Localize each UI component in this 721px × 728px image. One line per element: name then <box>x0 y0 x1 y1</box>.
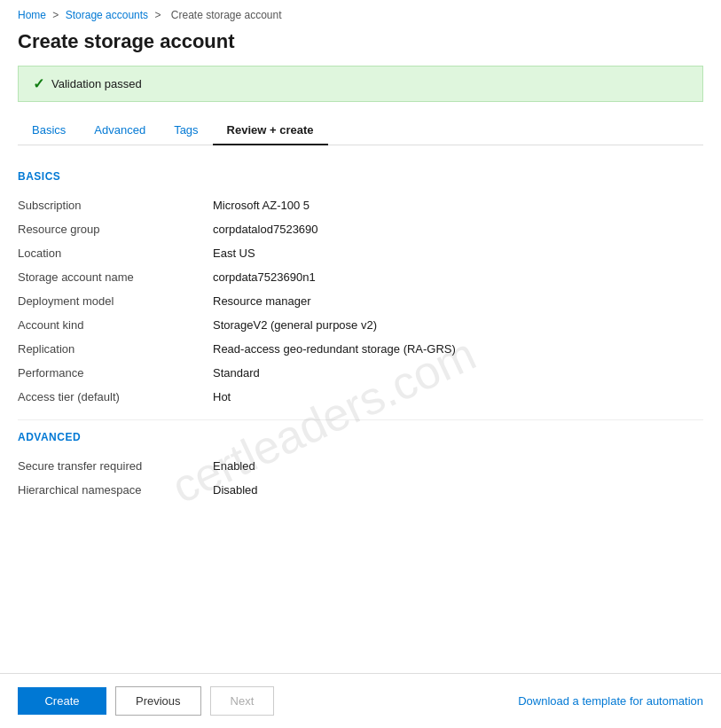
tab-bar: Basics Advanced Tags Review + create <box>18 116 703 145</box>
label-deployment-model: Deployment model <box>18 294 213 308</box>
tab-tags[interactable]: Tags <box>160 116 212 145</box>
next-button: Next <box>210 686 275 716</box>
label-secure-transfer: Secure transfer required <box>18 459 213 473</box>
field-secure-transfer: Secure transfer required Enabled <box>18 454 703 478</box>
field-deployment-model: Deployment model Resource manager <box>18 289 703 313</box>
value-secure-transfer: Enabled <box>213 459 255 473</box>
value-hierarchical-namespace: Disabled <box>213 483 258 497</box>
field-resource-group: Resource group corpdatalod7523690 <box>18 217 703 241</box>
tab-basics[interactable]: Basics <box>18 116 80 145</box>
breadcrumb-storage-accounts[interactable]: Storage accounts <box>66 9 148 21</box>
field-location: Location East US <box>18 241 703 265</box>
value-location: East US <box>213 247 255 260</box>
label-hierarchical-namespace: Hierarchical namespace <box>18 483 213 497</box>
validation-text: Validation passed <box>51 77 142 90</box>
footer: Create Previous Next Download a template… <box>0 673 721 728</box>
previous-button[interactable]: Previous <box>115 686 201 716</box>
value-replication: Read-access geo-redundant storage (RA-GR… <box>213 342 456 356</box>
field-account-kind: Account kind StorageV2 (general purpose … <box>18 313 703 337</box>
breadcrumb-current: Create storage account <box>171 9 282 21</box>
field-subscription: Subscription Microsoft AZ-100 5 <box>18 193 703 217</box>
page-title: Create storage account <box>0 27 721 66</box>
label-account-kind: Account kind <box>18 318 213 332</box>
check-icon: ✓ <box>33 75 44 92</box>
advanced-section-header: ADVANCED <box>18 431 703 443</box>
tab-advanced[interactable]: Advanced <box>80 116 160 145</box>
value-deployment-model: Resource manager <box>213 294 311 308</box>
validation-banner: ✓ Validation passed <box>18 66 703 102</box>
value-account-kind: StorageV2 (general purpose v2) <box>213 318 377 332</box>
label-subscription: Subscription <box>18 199 213 212</box>
field-hierarchical-namespace: Hierarchical namespace Disabled <box>18 478 703 502</box>
label-performance: Performance <box>18 366 213 380</box>
breadcrumb: Home > Storage accounts > Create storage… <box>0 0 721 27</box>
tab-review-create[interactable]: Review + create <box>213 116 328 145</box>
value-subscription: Microsoft AZ-100 5 <box>213 199 310 212</box>
field-replication: Replication Read-access geo-redundant st… <box>18 337 703 361</box>
label-location: Location <box>18 247 213 260</box>
automation-link[interactable]: Download a template for automation <box>518 694 703 708</box>
field-access-tier: Access tier (default) Hot <box>18 385 703 409</box>
create-button[interactable]: Create <box>18 687 106 715</box>
value-resource-group: corpdatalod7523690 <box>213 223 318 236</box>
label-replication: Replication <box>18 342 213 356</box>
value-performance: Standard <box>213 366 260 380</box>
basics-section-header: BASICS <box>18 170 703 183</box>
label-storage-account-name: Storage account name <box>18 270 213 284</box>
value-access-tier: Hot <box>213 390 231 403</box>
label-resource-group: Resource group <box>18 223 213 236</box>
field-performance: Performance Standard <box>18 361 703 385</box>
field-storage-account-name: Storage account name corpdata7523690n1 <box>18 265 703 289</box>
section-divider <box>18 419 703 420</box>
breadcrumb-home[interactable]: Home <box>18 9 46 21</box>
review-content: BASICS Subscription Microsoft AZ-100 5 R… <box>0 145 721 511</box>
value-storage-account-name: corpdata7523690n1 <box>213 270 316 284</box>
label-access-tier: Access tier (default) <box>18 390 213 403</box>
